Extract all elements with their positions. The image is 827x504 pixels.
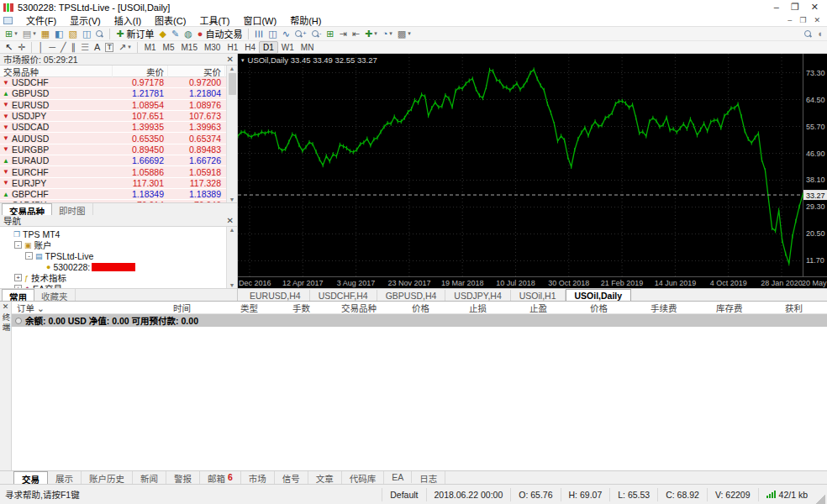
horizontal-line-icon[interactable]: ─	[46, 41, 58, 54]
label-icon[interactable]: T	[103, 41, 116, 54]
market-watch-row[interactable]: ▼USDCHF0.971780.97200	[0, 77, 226, 88]
child-restore-button[interactable]: ❐	[799, 16, 806, 24]
menu-item-3[interactable]: 图表(C)	[148, 16, 192, 26]
fullscreen-icon[interactable]: ◍	[182, 28, 195, 40]
tree-item[interactable]: -▣账户	[0, 239, 226, 250]
metaeditor-icon[interactable]: ✎	[169, 28, 182, 40]
scroll-down-icon[interactable]: ▼	[229, 282, 235, 288]
trendline-icon[interactable]: ╱	[58, 41, 69, 54]
market-watch-row[interactable]: ▲GBPUSD1.217811.21804	[0, 88, 226, 99]
chart-menu-icon[interactable]: ▾	[241, 57, 245, 64]
market-watch-icon[interactable]: ▦	[39, 28, 52, 40]
new-order-icon[interactable]: ✚新订单	[113, 28, 156, 40]
navigator-scrollbar[interactable]: ▲ ▼	[226, 227, 237, 288]
market-watch-close-icon[interactable]: ✕	[227, 55, 234, 64]
market-watch-row[interactable]: ▲EURAUD1.666921.66726	[0, 155, 226, 166]
search-icon[interactable]	[802, 28, 814, 40]
menu-item-2[interactable]: 插入(I)	[108, 16, 148, 26]
market-watch-scrollbar[interactable]: ▲ ▼	[226, 66, 237, 202]
collapse-icon[interactable]: -	[25, 252, 33, 260]
scroll-down-icon[interactable]: ▼	[229, 197, 235, 202]
chart-tab[interactable]: USDCHF,H4	[310, 290, 377, 302]
child-minimize-button[interactable]: –	[787, 16, 792, 24]
expand-icon[interactable]: +	[14, 274, 22, 281]
zoom-out-icon[interactable]: -	[309, 28, 324, 40]
channel-icon[interactable]: ∥	[69, 41, 79, 54]
periods-icon[interactable]: ◔▾	[380, 28, 395, 40]
chart-window[interactable]: ▾ USOil,Daily 33.45 33.49 32.55 33.27 19…	[238, 54, 827, 288]
line-chart-icon[interactable]: ∿	[280, 28, 292, 40]
indicators-icon[interactable]: ✚▾	[362, 28, 380, 40]
timeframe-button-m5[interactable]: M5	[160, 41, 178, 54]
column-ask[interactable]: 买价	[168, 66, 225, 78]
menu-item-6[interactable]: 帮助(H)	[283, 16, 328, 26]
market-watch-row[interactable]: ▼EURUSD1.089541.08976	[0, 100, 226, 111]
market-watch-row[interactable]: ▼USDJPY107.651107.673	[0, 111, 226, 122]
market-watch-row[interactable]: ▼EURCHF1.058861.05918	[0, 166, 226, 177]
chart-shift-icon[interactable]: ⇤	[350, 28, 362, 40]
scroll-up-icon[interactable]: ▲	[229, 66, 235, 71]
tree-item[interactable]: -▤TPSLtd-Live	[0, 250, 226, 261]
orders-column-7[interactable]: 止盈	[524, 302, 585, 314]
timeframe-button-h1[interactable]: H1	[224, 41, 241, 54]
timeframe-button-h4[interactable]: H4	[241, 41, 259, 54]
menu-item-5[interactable]: 窗口(W)	[236, 16, 283, 26]
chart-tab[interactable]: EURUSD,H4	[241, 290, 310, 302]
orders-column-1[interactable]: 时间	[168, 302, 235, 314]
zoom-in-icon[interactable]: +	[292, 28, 309, 40]
vertical-line-icon[interactable]: │	[35, 41, 46, 54]
timeframe-button-m30[interactable]: M30	[201, 41, 224, 54]
bar-chart-icon[interactable]: ☰	[252, 28, 266, 40]
market-watch-row[interactable]: ▼USDCAD1.399351.39963	[0, 122, 226, 133]
data-window-icon[interactable]: ◧	[52, 28, 66, 40]
chart-tab[interactable]: USDJPY,H4	[445, 290, 510, 302]
orders-column-8[interactable]: 价格	[585, 302, 645, 314]
orders-column-11[interactable]: 获利	[780, 302, 827, 314]
close-button[interactable]: ✕	[811, 2, 819, 13]
arrows-icon[interactable]: ↗▾	[116, 41, 134, 54]
price-chart[interactable]: 19 Dec 201612 Apr 20173 Aug 201723 Nov 2…	[238, 54, 827, 288]
collapse-icon[interactable]: -	[14, 241, 22, 249]
orders-column-0[interactable]: 订单 ⌄	[12, 302, 168, 314]
profiles-icon[interactable]: ▤▾	[20, 28, 39, 40]
crosshair-icon[interactable]: ✛	[15, 41, 28, 54]
menu-item-0[interactable]: 文件(F)	[19, 16, 63, 26]
orders-column-6[interactable]: 止损	[464, 302, 524, 314]
child-close-button[interactable]: ✕	[814, 16, 820, 24]
chart-tab[interactable]: USOil,Daily	[566, 289, 632, 302]
strategy-tester-icon[interactable]	[93, 28, 106, 40]
text-icon[interactable]: A	[92, 41, 103, 54]
orders-column-3[interactable]: 手数	[287, 302, 336, 314]
terminal-close-icon[interactable]: ✕	[3, 302, 9, 311]
terminal-tab-EA[interactable]: EA	[384, 471, 412, 483]
candlestick-icon[interactable]: ◫	[266, 28, 279, 40]
menu-item-1[interactable]: 显示(V)	[63, 16, 108, 26]
chart-tab[interactable]: USOil,H1	[511, 290, 566, 302]
orders-column-5[interactable]: 价格	[407, 302, 464, 314]
auto-scroll-icon[interactable]: ⇥	[337, 28, 350, 40]
column-bid[interactable]: 卖价	[113, 66, 168, 78]
timeframe-button-mn[interactable]: MN	[298, 41, 318, 54]
minimize-button[interactable]: –	[774, 2, 779, 13]
child-window-icon[interactable]	[3, 17, 13, 24]
fibonacci-icon[interactable]: ☰	[78, 41, 92, 54]
tile-windows-icon[interactable]: ⊞	[324, 28, 336, 40]
market-watch-row[interactable]: ▼EURGBP0.894500.89483	[0, 144, 226, 155]
cursor-icon[interactable]: ↖	[3, 41, 15, 54]
orders-column-2[interactable]: 类型	[235, 302, 287, 314]
terminal-icon[interactable]: ◫	[80, 28, 93, 40]
orders-column-9[interactable]: 手续费	[645, 302, 711, 314]
scroll-thumb[interactable]	[229, 73, 236, 95]
restore-button[interactable]: ❐	[791, 2, 799, 13]
resize-grip[interactable]	[815, 494, 825, 504]
chart-tab[interactable]: GBPUSD,H4	[377, 290, 446, 302]
autotrading-icon[interactable]: ●自动交易	[195, 28, 245, 40]
timeframe-button-w1[interactable]: W1	[278, 41, 298, 54]
market-watch-row[interactable]: ▲GBPCHF1.183491.18389	[0, 189, 226, 200]
scroll-up-icon[interactable]: ▲	[229, 227, 235, 233]
navigator-icon[interactable]: ▧	[66, 28, 79, 40]
menu-item-4[interactable]: 工具(T)	[192, 16, 236, 26]
templates-icon[interactable]: ▩▾	[395, 28, 414, 40]
navigator-close-icon[interactable]: ✕	[227, 216, 234, 225]
timeframe-button-m1[interactable]: M1	[141, 41, 160, 54]
